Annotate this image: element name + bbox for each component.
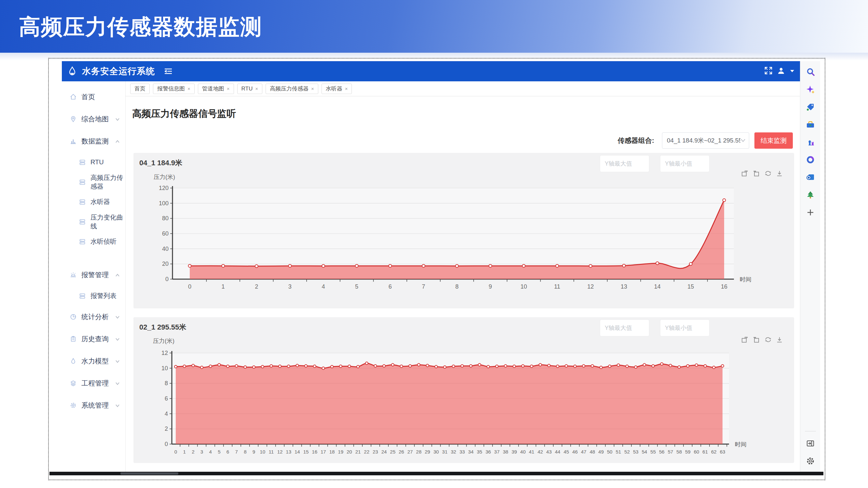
x-tick-label: 20 <box>347 449 352 455</box>
sidebar-item-4[interactable]: 高频压力传感器 <box>62 172 125 192</box>
sidebar-item-label: 历史查询 <box>81 334 109 344</box>
x-tick-label: 31 <box>442 449 447 455</box>
x-tick-label: 29 <box>425 449 430 455</box>
server-icon <box>79 238 86 245</box>
sensor-combo-value: 04_1 184.9米~02_1 295.55 <box>667 136 740 145</box>
scrollbar-thumb[interactable] <box>120 473 178 475</box>
horizontal-scrollbar[interactable] <box>50 472 824 475</box>
sidebar-item-label: 首页 <box>81 92 95 101</box>
x-tick-label: 27 <box>407 449 413 455</box>
tab-4[interactable]: 高频压力传感器× <box>266 84 318 94</box>
tab-0[interactable]: 首页 <box>130 84 150 94</box>
x-tick-label: 2 <box>192 449 194 455</box>
x-tick-label: 2 <box>255 283 258 290</box>
x-tick-label: 35 <box>477 449 482 455</box>
pie-chart-icon <box>70 313 77 321</box>
sensor-combo-select[interactable]: 04_1 184.9米~02_1 295.55 <box>662 132 749 149</box>
y-max-input[interactable] <box>600 320 649 336</box>
chevron-up-icon <box>115 271 120 279</box>
tab-1[interactable]: 报警信息图× <box>153 84 195 94</box>
rail-divider <box>805 431 816 431</box>
sidebar-item-11[interactable]: 历史查询 <box>62 328 125 350</box>
sidebar-item-3[interactable]: RTU <box>62 152 125 172</box>
x-tick-label: 18 <box>329 449 335 455</box>
settings-gear-icon[interactable] <box>806 456 815 466</box>
server-icon <box>79 292 86 300</box>
y-tick-label: 6 <box>165 395 168 402</box>
x-tick-label: 21 <box>355 449 361 455</box>
tab-label: RTU <box>242 86 253 92</box>
toolbox-icon[interactable] <box>806 120 815 129</box>
gear-icon <box>70 402 77 409</box>
sidebar-item-12[interactable]: 水力模型 <box>62 350 125 372</box>
sidebar-item-13[interactable]: 工程管理 <box>62 372 125 394</box>
x-tick-label: 32 <box>451 449 456 455</box>
y-max-input[interactable] <box>600 156 649 172</box>
chess-icon[interactable] <box>806 137 815 147</box>
sidebar-item-14[interactable]: 系统管理 <box>62 394 125 416</box>
banner-fade <box>0 53 868 61</box>
sidebar-item-8[interactable]: 报警管理 <box>62 264 125 286</box>
tab-3[interactable]: RTU× <box>237 84 262 94</box>
y-min-input[interactable] <box>660 156 709 172</box>
sidebar-item-10[interactable]: 统计分析 <box>62 306 125 328</box>
tree-icon[interactable] <box>806 190 815 200</box>
app-title: 水务安全运行系统 <box>82 65 155 77</box>
open-sidebar-icon[interactable] <box>806 438 815 448</box>
sidebar-item-2[interactable]: 数据监测 <box>62 130 125 152</box>
chevron-down-icon <box>740 139 746 142</box>
user-icon[interactable] <box>777 67 785 76</box>
sidebar-item-1[interactable]: 综合地图 <box>62 108 125 130</box>
slide-title: 高频压力传感器数据监测 <box>19 12 262 42</box>
sidebar-item-label: 报警列表 <box>91 292 117 300</box>
caret-down-icon[interactable] <box>789 68 795 74</box>
sparkle-icon[interactable] <box>806 85 815 94</box>
close-tab-icon[interactable]: × <box>227 86 230 91</box>
sidebar-item-9[interactable]: 报警列表 <box>62 286 125 306</box>
clipboard-icon <box>70 335 77 343</box>
sidebar-item-label: 高频压力传感器 <box>91 173 125 191</box>
tab-label: 管道地图 <box>202 85 224 92</box>
x-tick-label: 12 <box>277 449 283 455</box>
sidebar-item-6[interactable]: 压力变化曲线 <box>62 212 125 232</box>
sidebar-item-label: 系统管理 <box>81 401 109 410</box>
chart-panel-1: 04_1 184.9米 0204060801001200123456789101… <box>133 153 794 308</box>
x-tick-label: 44 <box>555 449 560 455</box>
chart-1-plot[interactable]: 020406080100120012345678910111213141516压… <box>133 173 794 307</box>
sidebar-item-0[interactable]: 首页 <box>62 86 125 108</box>
x-tick-label: 43 <box>546 449 552 455</box>
close-tab-icon[interactable]: × <box>311 86 314 91</box>
close-tab-icon[interactable]: × <box>187 86 190 91</box>
x-tick-label: 25 <box>390 449 396 455</box>
fullscreen-icon[interactable] <box>764 66 773 76</box>
tab-label: 高频压力传感器 <box>270 85 309 92</box>
chart-2-plot[interactable]: 0246810120123456789101112131415161718192… <box>133 335 794 462</box>
outlook-icon[interactable] <box>806 172 815 182</box>
end-monitor-button[interactable]: 结束监测 <box>754 132 793 149</box>
breadcrumb-tabs: 首页报警信息图×管道地图×RTU×高频压力传感器×水听器× <box>126 82 800 96</box>
x-tick-label: 54 <box>642 449 647 455</box>
x-tick-label: 15 <box>687 283 694 290</box>
search-icon[interactable] <box>806 67 815 77</box>
x-tick-label: 22 <box>364 449 369 455</box>
sidebar-item-7[interactable]: 水听侦听 <box>62 232 125 252</box>
x-tick-label: 36 <box>486 449 491 455</box>
tab-5[interactable]: 水听器× <box>321 84 352 94</box>
sidebar-item-label: RTU <box>91 158 104 166</box>
x-tick-label: 0 <box>188 283 191 290</box>
menu-collapse-icon[interactable] <box>163 67 173 75</box>
close-tab-icon[interactable]: × <box>345 86 348 91</box>
plus-icon[interactable] <box>806 207 815 217</box>
tab-2[interactable]: 管道地图× <box>198 84 234 94</box>
y-tick-label: 2 <box>165 426 168 432</box>
water-drop-logo <box>68 66 76 78</box>
sidebar-item-5[interactable]: 水听器 <box>62 192 125 212</box>
y-min-input[interactable] <box>660 320 709 336</box>
x-tick-label: 46 <box>572 449 578 455</box>
y-tick-label: 120 <box>159 185 168 191</box>
close-tab-icon[interactable]: × <box>255 86 258 91</box>
app-header-bar: 水务安全运行系统 <box>62 61 800 82</box>
tag-icon[interactable] <box>806 102 815 112</box>
loop-icon[interactable] <box>806 155 815 165</box>
y-tick-label: 40 <box>162 246 168 252</box>
